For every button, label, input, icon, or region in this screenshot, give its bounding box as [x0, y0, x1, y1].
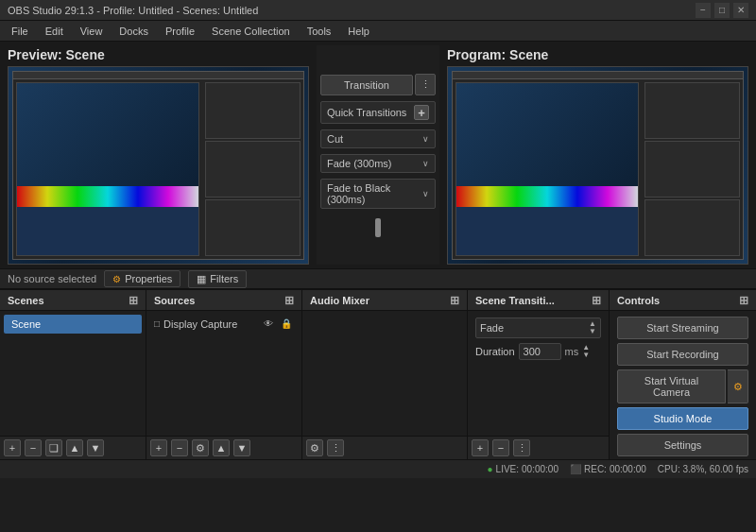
maximize-button[interactable]: □	[714, 3, 730, 18]
scenes-title: Scenes	[8, 295, 44, 306]
quick-transitions-add[interactable]: +	[414, 105, 429, 120]
statusbar: ● LIVE: 00:00:00 ⬛ REC: 00:00:00 CPU: 3.…	[0, 459, 756, 478]
close-button[interactable]: ✕	[733, 3, 748, 18]
scenes-pop-button[interactable]: ⊞	[129, 294, 138, 307]
preview-area: Preview: Scene	[0, 42, 756, 268]
transitions-add-button[interactable]: +	[472, 439, 489, 456]
scene-transitions-content: Fade ▲ ▼ Duration ms ▲ ▼	[468, 311, 609, 436]
scene-transitions-header: Scene Transiti... ⊞	[468, 290, 609, 311]
menu-file[interactable]: File	[4, 24, 36, 39]
minimize-button[interactable]: −	[696, 3, 711, 18]
quick-transitions-label: Quick Transitions	[327, 107, 406, 118]
audio-gear-button[interactable]: ⚙	[306, 439, 323, 456]
fake-obs-right-2	[642, 79, 743, 259]
fake-obs-bar-left	[13, 72, 303, 79]
fake-obs-content-left	[13, 79, 303, 259]
controls-content: Start Streaming Start Recording Start Vi…	[610, 311, 756, 459]
fade-dropdown[interactable]: Fade ▲ ▼	[475, 317, 601, 338]
sources-down-button[interactable]: ▼	[233, 439, 250, 456]
menu-view[interactable]: View	[73, 24, 111, 39]
bottom-panels: Scenes ⊞ Scene + − ❏ ▲ ▼ Sources ⊞ □ Dis…	[0, 289, 756, 459]
transition-panel: Transition ⋮ Quick Transitions + Cut ∨ F…	[317, 45, 439, 265]
sources-pop-button[interactable]: ⊞	[284, 294, 294, 307]
live-label: LIVE:	[496, 464, 519, 474]
preview-screen-left[interactable]	[8, 66, 309, 265]
controls-title: Controls	[617, 295, 660, 306]
sources-panel: Sources ⊞ □ Display Capture 👁 🔒 + − ⚙ ▲ …	[146, 290, 302, 459]
scene-item-scene[interactable]: Scene	[4, 315, 142, 334]
scenes-remove-button[interactable]: −	[25, 439, 42, 456]
titlebar-title: OBS Studio 29:1.3 - Profile: Untitled - …	[8, 5, 258, 16]
duration-row: Duration ms ▲ ▼	[472, 341, 605, 362]
start-virtual-camera-button[interactable]: Start Virtual Camera	[617, 369, 726, 403]
start-recording-button[interactable]: Start Recording	[617, 343, 748, 366]
preview-label-left: Preview: Scene	[8, 45, 309, 66]
menu-help[interactable]: Help	[340, 24, 377, 39]
titlebar-controls: − □ ✕	[696, 3, 748, 18]
fade-down-arrow[interactable]: ▼	[589, 328, 596, 335]
sources-content: □ Display Capture 👁 🔒	[146, 311, 301, 436]
duration-input[interactable]	[519, 343, 561, 360]
transition-slider-area[interactable]	[320, 215, 436, 241]
source-lock-button[interactable]: 🔒	[279, 317, 294, 330]
quick-transitions-row: Quick Transitions +	[320, 101, 436, 124]
properties-tab[interactable]: ⚙ Properties	[104, 270, 180, 287]
fade-select[interactable]: Fade (300ms) ∨	[320, 154, 436, 173]
studio-mode-button[interactable]: Studio Mode	[617, 407, 748, 430]
transitions-dots-button[interactable]: ⋮	[513, 439, 530, 456]
scene-transitions-pop-button[interactable]: ⊞	[592, 294, 601, 307]
audio-mixer-toolbar: ⚙ ⋮	[302, 436, 467, 459]
scenes-panel: Scenes ⊞ Scene + − ❏ ▲ ▼	[0, 290, 146, 459]
cut-chevron: ∨	[422, 134, 429, 144]
scenes-down-button[interactable]: ▼	[87, 439, 104, 456]
menu-docks[interactable]: Docks	[112, 24, 156, 39]
fake-obs-left	[12, 71, 304, 260]
settings-button[interactable]: Settings	[617, 434, 748, 456]
scenes-copy-button[interactable]: ❏	[45, 439, 62, 456]
menu-tools[interactable]: Tools	[300, 24, 339, 39]
sources-up-button[interactable]: ▲	[213, 439, 230, 456]
rec-status: ⬛ REC: 00:00:00	[570, 464, 646, 474]
display-capture-label: Display Capture	[163, 318, 237, 330]
filters-tab[interactable]: ▦ Filters	[188, 270, 247, 288]
duration-arrows: ▲ ▼	[582, 344, 590, 359]
virtual-camera-row: Start Virtual Camera ⚙	[617, 369, 748, 403]
preview-section-right: Program: Scene	[447, 45, 748, 265]
source-item-display-capture[interactable]: □ Display Capture 👁 🔒	[150, 315, 298, 333]
start-streaming-button[interactable]: Start Streaming	[617, 317, 748, 339]
audio-mixer-title: Audio Mixer	[310, 295, 369, 306]
fade-black-select[interactable]: Fade to Black (300ms) ∨	[320, 179, 436, 209]
fake-obs-content-right	[453, 79, 743, 259]
fade-value: Fade	[480, 322, 504, 334]
scenes-up-button[interactable]: ▲	[66, 439, 83, 456]
menu-edit[interactable]: Edit	[38, 24, 71, 39]
transitions-remove-button[interactable]: −	[492, 439, 509, 456]
cut-select[interactable]: Cut ∨	[320, 129, 436, 148]
duration-down-arrow[interactable]: ▼	[582, 352, 590, 359]
fake-obs-bar-right	[453, 72, 743, 79]
menu-scene-collection[interactable]: Scene Collection	[204, 24, 298, 39]
properties-gear-icon: ⚙	[112, 274, 121, 284]
filters-label: Filters	[210, 273, 238, 284]
controls-header: Controls ⊞	[610, 290, 756, 311]
sources-remove-button[interactable]: −	[171, 439, 188, 456]
transition-button[interactable]: Transition	[320, 75, 413, 95]
controls-pop-button[interactable]: ⊞	[739, 294, 748, 307]
source-eye-button[interactable]: 👁	[262, 317, 275, 330]
transition-dots-button[interactable]: ⋮	[415, 74, 436, 95]
audio-mixer-pop-button[interactable]: ⊞	[450, 294, 459, 307]
fake-obs-preview-right	[455, 82, 639, 256]
duration-unit: ms	[565, 346, 579, 357]
virtual-camera-gear-button[interactable]: ⚙	[728, 369, 748, 403]
sources-add-button[interactable]: +	[150, 439, 167, 456]
scenes-add-button[interactable]: +	[4, 439, 21, 456]
preview-inner-right	[448, 67, 747, 264]
preview-inner-left	[9, 67, 308, 264]
transition-slider[interactable]	[375, 218, 381, 237]
audio-dots-button[interactable]: ⋮	[327, 439, 344, 456]
menu-profile[interactable]: Profile	[158, 24, 202, 39]
preview-screen-right[interactable]	[447, 66, 748, 265]
rec-label: REC:	[584, 464, 607, 474]
fake-obs-panel-6	[644, 199, 740, 256]
sources-settings-button[interactable]: ⚙	[192, 439, 209, 456]
